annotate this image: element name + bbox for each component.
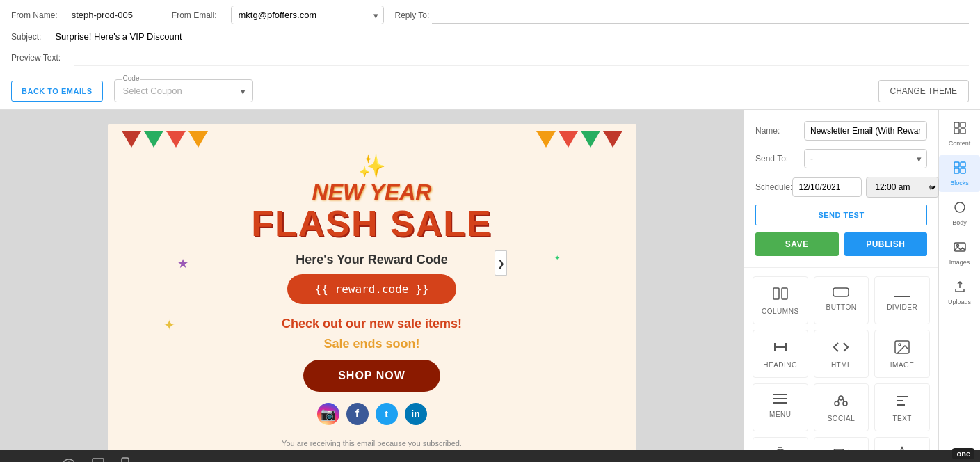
save-button[interactable]: SAVE [755, 232, 839, 256]
schedule-label: Schedule: [755, 182, 792, 192]
block-social[interactable]: SOCIAL [814, 383, 869, 431]
send-to-label: Send To: [755, 154, 804, 164]
preview-button[interactable] [58, 456, 79, 463]
block-html[interactable]: HTML [814, 330, 869, 378]
svg-rect-15 [834, 449, 844, 450]
undo-button[interactable]: ↩ [8, 456, 25, 462]
block-text-label: TEXT [881, 415, 924, 422]
blocks-grid: COLUMNS BUTTON [753, 276, 930, 450]
collapse-panel-button[interactable]: ❯ [495, 250, 507, 276]
block-button[interactable]: BUTTON [814, 276, 869, 324]
block-menu-label: MENU [759, 411, 802, 418]
svg-rect-31 [954, 243, 965, 251]
change-theme-button[interactable]: CHANGE THEME [878, 80, 969, 102]
block-menu[interactable]: MENU [753, 383, 808, 431]
panel-images[interactable]: Images [939, 234, 980, 271]
block-divider[interactable]: DIVIDER [874, 276, 930, 324]
instagram-icon[interactable]: 📷 [317, 403, 339, 425]
reward-header-text: Here's Your Reward Code [122, 253, 622, 267]
svg-point-14 [775, 449, 786, 450]
blocks-panel: COLUMNS BUTTON [744, 268, 938, 450]
svg-rect-22 [954, 122, 959, 127]
content-icon [953, 121, 967, 138]
sidebar-panel: Name: Send To: - Schedule: [744, 110, 938, 450]
images-icon [953, 240, 967, 257]
svg-rect-27 [961, 162, 965, 167]
social-icons: 📷 f t in [122, 403, 622, 425]
panel-uploads[interactable]: Uploads [939, 274, 980, 311]
svg-rect-29 [961, 168, 965, 173]
block-image-label: IMAGE [881, 361, 924, 369]
brand-logo-icon [881, 446, 924, 450]
schedule-date-input[interactable] [792, 177, 862, 197]
send-to-select-wrapper[interactable]: - [804, 149, 927, 168]
redo-button[interactable]: ↪ [33, 456, 50, 462]
images-label: Images [949, 259, 970, 266]
back-to-emails-button[interactable]: BACK TO EMAILS [11, 81, 103, 102]
desktop-view-button[interactable] [88, 455, 109, 463]
panel-body[interactable]: Body [939, 195, 980, 232]
time-select-wrapper[interactable]: 12:00 am [866, 177, 939, 198]
text-icon [881, 392, 924, 412]
social-icon [820, 392, 863, 412]
action-buttons: SAVE PUBLISH [755, 232, 927, 256]
block-brand-logo[interactable]: BRAND LO... [874, 437, 930, 450]
reward-code-btn: {{ reward.code }} [287, 274, 457, 304]
svg-rect-26 [954, 162, 959, 167]
heading-icon [759, 339, 802, 358]
body-label: Body [952, 219, 967, 226]
blocks-icon [953, 161, 967, 178]
email-canvas: ✨ NEW YEAR FLASH SALE ★ ✦ Here's Your Re… [108, 124, 636, 450]
video-icon [820, 446, 863, 450]
email-footer-text: You are receiving this email because you… [122, 433, 622, 450]
flash-sale-text: FLASH SALE [122, 205, 622, 241]
from-name-label: From Name: [11, 10, 58, 20]
new-year-text: NEW YEAR [122, 180, 622, 205]
shop-now-button[interactable]: SHOP NOW [303, 360, 440, 392]
preview-text-label: Preview Text: [11, 53, 61, 63]
timer-icon [759, 446, 802, 450]
from-email-label: From Email: [172, 10, 217, 20]
block-heading[interactable]: HEADING [753, 330, 808, 378]
block-html-label: HTML [820, 361, 863, 369]
from-email-select[interactable]: mktg@pfoffers.com info@pfoffers.com [231, 6, 384, 24]
reply-to-section: Reply To: [395, 7, 969, 24]
columns-icon [759, 285, 802, 305]
facebook-icon[interactable]: f [346, 403, 369, 425]
send-test-button[interactable]: SEND TEST [755, 205, 927, 225]
coupon-select-wrapper[interactable]: Code Select Coupon [114, 79, 253, 102]
header-row-3: Preview Text: [11, 49, 969, 66]
top-bar: From Name: steph-prod-005 From Email: mk… [0, 0, 980, 72]
right-icon-panel: Content Blocks [938, 110, 980, 450]
subject-input[interactable] [55, 29, 969, 45]
name-field: Name: [755, 121, 927, 141]
block-image[interactable]: IMAGE [874, 330, 930, 378]
svg-point-11 [843, 401, 847, 406]
panel-blocks[interactable]: Blocks [939, 155, 980, 192]
button-icon [820, 285, 863, 301]
name-input[interactable] [804, 121, 927, 141]
block-video[interactable]: VIDEO [814, 437, 869, 450]
svg-rect-1 [782, 288, 787, 299]
block-columns[interactable]: COLUMNS [753, 276, 808, 324]
sale-ends-text: Sale ends soon! [122, 337, 622, 351]
send-to-select[interactable]: - [804, 149, 927, 168]
preview-text-input[interactable] [74, 49, 969, 66]
block-text[interactable]: TEXT [874, 383, 930, 431]
twitter-icon[interactable]: t [376, 403, 398, 425]
schedule-row: Schedule: 12:00 am ▾ [755, 177, 927, 198]
linkedin-icon[interactable]: in [405, 403, 427, 425]
menu-icon [759, 392, 802, 408]
schedule-time-select[interactable]: 12:00 am [866, 177, 939, 198]
panel-content[interactable]: Content [939, 116, 980, 152]
block-divider-label: DIVIDER [881, 303, 924, 311]
publish-button[interactable]: PUBLISH [844, 232, 928, 256]
mobile-view-button[interactable] [117, 454, 134, 463]
from-email-select-wrapper[interactable]: mktg@pfoffers.com info@pfoffers.com [231, 6, 384, 24]
content-label: Content [949, 140, 971, 147]
svg-rect-28 [954, 168, 959, 173]
svg-point-10 [835, 401, 839, 406]
svg-rect-24 [954, 129, 959, 134]
block-timer[interactable]: TIMER [753, 437, 808, 450]
reply-to-input[interactable] [432, 7, 969, 24]
